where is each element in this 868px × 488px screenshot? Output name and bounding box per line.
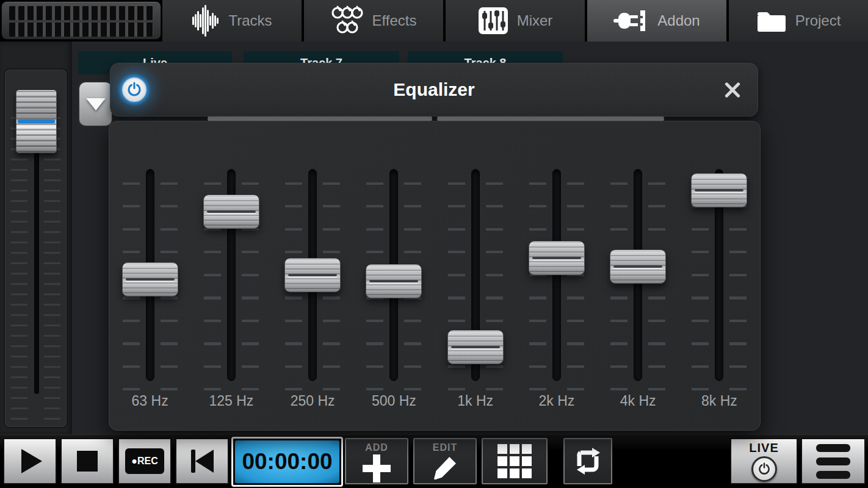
tab-list: Tracks Effects Mixer Addon Project [162, 0, 868, 41]
eq-band: 125 Hz [190, 121, 272, 430]
grille-row [9, 23, 153, 37]
time-display[interactable]: 00:00:00 [231, 437, 343, 487]
eq-band-label: 125 Hz [190, 393, 272, 409]
eq-band-label: 4k Hz [598, 393, 679, 409]
app-window: Tracks Effects Mixer Addon Project LiveT… [0, 0, 868, 488]
add-button[interactable]: ADD [345, 438, 408, 484]
rec-icon: ●REC [125, 448, 164, 474]
eq-band: 8k Hz [679, 121, 760, 430]
pencil-icon [430, 453, 460, 483]
tick-marks [692, 182, 709, 390]
eq-slider-knob[interactable] [447, 330, 504, 364]
master-fader-panel [4, 68, 68, 428]
tick-marks [529, 182, 546, 390]
edit-button[interactable]: EDIT [413, 438, 477, 484]
master-fader-track[interactable] [34, 131, 39, 394]
close-icon[interactable] [719, 78, 745, 101]
eq-slider-knob[interactable] [691, 173, 747, 207]
menu-button[interactable] [801, 438, 866, 484]
grid-icon [497, 444, 532, 478]
eq-slider-knob[interactable] [610, 249, 666, 284]
speaker-grille [1, 1, 161, 40]
eq-band: 500 Hz [353, 121, 435, 430]
tab-effects[interactable]: Effects [304, 0, 443, 41]
transport-bar: ●REC 00:00:00 ADD EDIT [0, 434, 868, 488]
eq-slider-knob[interactable] [366, 264, 422, 298]
tab-mixer[interactable]: Mixer [446, 0, 585, 41]
edit-button-label: EDIT [433, 442, 457, 453]
skip-to-start-icon [191, 450, 214, 473]
tab-addon[interactable]: Addon [587, 0, 726, 41]
eq-band: 2k Hz [516, 121, 597, 430]
grid-view-button[interactable] [482, 438, 548, 484]
plug-icon [613, 8, 649, 34]
fader-blue-line [18, 120, 55, 123]
eq-band-label: 250 Hz [272, 393, 353, 409]
main-area: LiveTrack 7Track 8 Equalizer 63 Hz [0, 41, 868, 434]
eq-band-label: 63 Hz [109, 393, 190, 409]
equalizer-dialog-body: 63 Hz 125 Hz 250 Hz 500 Hz 1k Hz 2k Hz [109, 121, 761, 431]
live-button[interactable]: LIVE [730, 438, 798, 484]
master-fader-knob[interactable] [16, 90, 57, 153]
loop-button[interactable] [563, 438, 612, 484]
power-toggle-button[interactable] [122, 77, 146, 102]
grille-row [9, 6, 153, 20]
play-icon [21, 449, 42, 473]
stop-icon [77, 451, 98, 472]
eq-slider-knob[interactable] [122, 262, 178, 296]
waveform-icon [192, 5, 220, 37]
eq-band-label: 8k Hz [679, 393, 760, 409]
fader-tick-marks [44, 117, 60, 422]
plus-icon [363, 454, 391, 483]
time-display-value: 00:00:00 [235, 440, 339, 483]
record-button[interactable]: ●REC [118, 438, 172, 484]
eq-band: 4k Hz [598, 121, 679, 430]
skip-to-start-button[interactable] [175, 438, 229, 484]
tab-tracks[interactable]: Tracks [162, 0, 302, 41]
tick-marks [729, 182, 747, 390]
collapse-track-button[interactable] [78, 81, 113, 127]
dialog-title: Equalizer [110, 79, 758, 100]
mixer-icon [478, 7, 508, 35]
equalizer-dialog-header: Equalizer [110, 63, 758, 117]
stop-button[interactable] [60, 438, 114, 484]
eq-band-label: 1k Hz [435, 393, 516, 409]
folder-icon [756, 8, 787, 34]
play-button[interactable] [3, 438, 57, 484]
top-tab-bar: Tracks Effects Mixer Addon Project [0, 0, 868, 41]
power-icon [126, 82, 142, 98]
eq-slider-knob[interactable] [529, 241, 585, 275]
eq-slider-knob[interactable] [203, 195, 259, 229]
eq-band-label: 500 Hz [353, 393, 435, 409]
eq-band: 1k Hz [435, 121, 516, 430]
hamburger-menu-icon [816, 444, 850, 479]
eq-band-label: 2k Hz [516, 393, 597, 409]
loop-icon [572, 447, 604, 475]
eq-band: 250 Hz [272, 121, 353, 430]
master-fader-column [0, 41, 72, 434]
tick-marks [648, 182, 665, 390]
live-power-icon [751, 456, 777, 482]
tick-marks [610, 182, 627, 390]
live-button-label: LIVE [749, 441, 778, 455]
eq-band: 63 Hz [109, 121, 190, 430]
eq-slider-knob[interactable] [284, 258, 341, 292]
knobs-icon [331, 5, 364, 36]
add-button-label: ADD [365, 442, 388, 453]
fader-tick-marks [11, 117, 27, 422]
chevron-down-icon [86, 98, 106, 110]
tab-project[interactable]: Project [729, 0, 868, 41]
tick-marks [567, 182, 584, 390]
